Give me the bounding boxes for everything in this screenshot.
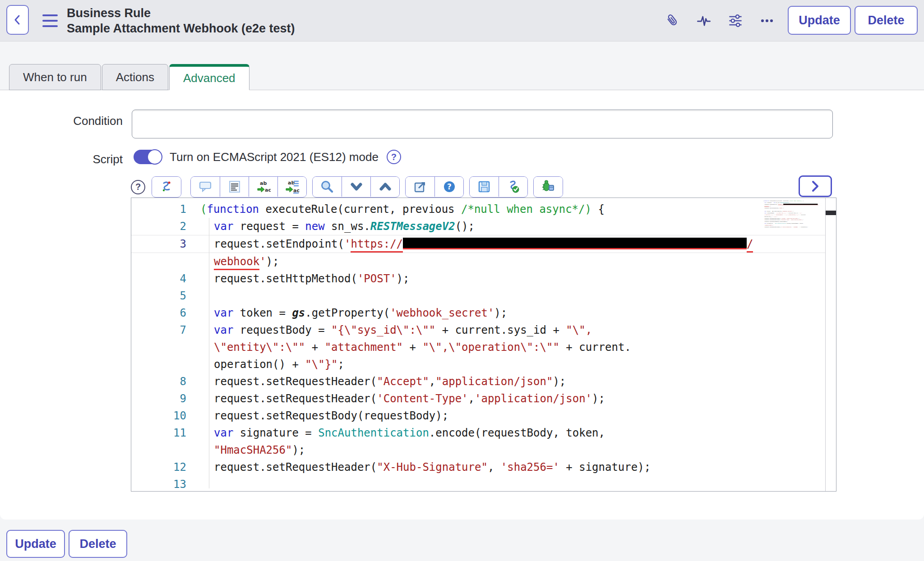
update-button-footer[interactable]: Update <box>6 530 65 558</box>
debug-icon[interactable] <box>534 177 563 197</box>
code-line-row: 3request.setEndpoint('https:/// <box>763 203 822 205</box>
code-token: request = <box>233 220 305 233</box>
replace-icon[interactable]: abac <box>249 177 277 197</box>
find-next-icon[interactable] <box>342 177 370 197</box>
validate-script-icon[interactable] <box>499 177 527 197</box>
personalize-sliders-icon[interactable] <box>725 11 745 31</box>
script-code-editor[interactable]: 1(function executeRule(current, previous… <box>131 198 836 492</box>
svg-text:ab: ab <box>260 180 267 186</box>
code-token: "Accept" <box>377 375 429 388</box>
code-token: 'application/json' <box>790 219 802 221</box>
code-line-row: operation() + "\"}"; <box>131 356 836 373</box>
more-options-icon[interactable] <box>757 11 777 31</box>
scrollbar-thumb[interactable] <box>826 211 836 215</box>
minimap-content: 1(function executeRule(current, previous… <box>763 200 822 229</box>
delete-button-footer[interactable]: Delete <box>69 530 127 558</box>
code-line-row: 4request.setHttpMethod('POST'); <box>131 270 836 287</box>
syntax-editor-icon[interactable] <box>152 177 181 197</box>
code-line-text: var token = gs.getProperty('webhook_secr… <box>199 304 507 322</box>
ecmascript-toggle[interactable] <box>134 150 162 164</box>
code-line-row: 10request.setRequestBody(requestBody); <box>131 407 836 424</box>
code-token: request.setRequestHeader( <box>214 375 377 388</box>
tab-actions[interactable]: Actions <box>102 64 168 90</box>
code-token: .encode(requestBody, token, <box>429 427 605 439</box>
line-number: 4 <box>131 270 199 287</box>
code-token: + signature); <box>559 461 651 474</box>
editor-help-icon[interactable]: ? <box>131 180 145 194</box>
code-token: requestBody = <box>233 324 331 336</box>
code-line-text: request.setRequestBody(requestBody); <box>199 407 448 424</box>
code-token: + current. <box>799 214 806 216</box>
code-token: https:// <box>351 238 403 253</box>
editor-scrollbar[interactable] <box>825 198 836 491</box>
code-line-text: webhook'); <box>199 253 279 270</box>
expand-editor-button[interactable] <box>799 175 832 197</box>
code-token: ; <box>338 358 344 371</box>
line-number <box>131 339 199 356</box>
line-number: 8 <box>131 373 199 390</box>
code-token: request.setRequestBody(requestBody); <box>214 409 448 422</box>
open-window-icon[interactable] <box>406 177 434 197</box>
line-number <box>131 253 199 270</box>
code-line-row: 1(function executeRule(current, previous… <box>131 201 836 218</box>
code-token: ' <box>259 255 266 268</box>
code-token: signature = <box>233 427 318 439</box>
line-number: 11 <box>131 424 199 441</box>
context-menu-icon[interactable] <box>42 14 58 27</box>
format-code-icon[interactable] <box>220 177 249 197</box>
code-line-text: var requestBody = "{\"sys_id\":\"" + cur… <box>199 322 592 339</box>
line-number: 13 <box>131 476 199 492</box>
code-token: webhook <box>214 255 259 270</box>
code-token: ); <box>592 392 605 405</box>
code-token: RESTMessageV2 <box>780 202 789 203</box>
code-token: (); <box>789 202 790 203</box>
code-token: var <box>214 427 233 439</box>
code-token: ); <box>397 272 410 285</box>
find-previous-icon[interactable] <box>370 177 399 197</box>
code-token: "X-Hub-Signature" <box>377 461 488 474</box>
replace-all-icon[interactable]: abac <box>277 177 306 197</box>
code-line-text: request.setRequestHeader('Content-Type',… <box>199 390 605 407</box>
code-token: "attachment" <box>325 341 403 354</box>
activity-stream-icon[interactable] <box>694 11 714 31</box>
code-line-row: 9request.setRequestHeader('Content-Type'… <box>131 390 836 407</box>
tab-advanced[interactable]: Advanced <box>169 64 249 90</box>
code-token: ( <box>200 203 207 216</box>
code-token: request.setRequestHeader( <box>214 461 377 474</box>
code-token: + signature); <box>799 226 808 227</box>
code-token: + <box>403 341 422 354</box>
code-token: var <box>214 307 233 319</box>
code-minimap[interactable]: 1(function executeRule(current, previous… <box>763 200 822 231</box>
attachment-icon[interactable] <box>662 11 682 31</box>
code-token: request.setRequestHeader( <box>764 226 781 227</box>
code-line-text: request.setEndpoint('https:/// <box>763 203 818 205</box>
code-token: ); <box>553 375 566 388</box>
code-token: new <box>305 220 324 233</box>
code-line-row: \"entity\":\"" + "attachment" + "\",\"op… <box>131 339 836 356</box>
condition-input[interactable] <box>132 110 833 138</box>
save-icon[interactable] <box>470 177 499 197</box>
search-icon[interactable] <box>313 177 342 197</box>
code-line-text: request.setRequestHeader("X-Hub-Signatur… <box>763 226 808 228</box>
tab-when-to-run[interactable]: When to run <box>9 64 101 90</box>
code-token: ); <box>783 207 784 209</box>
redacted-url <box>783 204 818 205</box>
script-label: Script <box>0 152 123 166</box>
back-button[interactable] <box>6 5 29 35</box>
comment-icon[interactable] <box>191 177 220 197</box>
code-token: "\", <box>566 324 592 336</box>
code-token: ) <box>585 203 591 216</box>
code-line-row: 2var request = new sn_ws.RESTMessageV2()… <box>131 218 836 235</box>
back-chevron-icon <box>10 13 25 27</box>
delete-button-header[interactable]: Delete <box>855 6 918 35</box>
update-button-header[interactable]: Update <box>788 6 851 35</box>
help-filled-icon[interactable]: ? <box>434 177 463 197</box>
code-line-row: "HmacSHA256"); <box>131 441 836 459</box>
code-token: 'webhook_secret' <box>390 307 494 319</box>
code-token: request.setRequestHeader( <box>214 392 377 405</box>
es-help-icon[interactable]: ? <box>387 150 401 164</box>
code-token: sn_ws. <box>776 202 780 203</box>
code-token: "\",\"operation\":\"" <box>785 214 799 216</box>
code-line-text: (function executeRule(current, previous … <box>199 201 605 218</box>
code-token: / <box>747 238 753 253</box>
